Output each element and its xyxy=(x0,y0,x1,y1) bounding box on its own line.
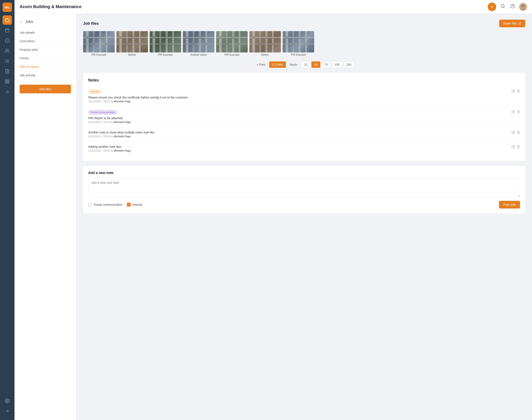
note-item: Adding another note also 16/12/2020 - 09… xyxy=(88,142,520,156)
sidebar: ← Jobs Job detailsCost itemsProjects job… xyxy=(15,14,76,420)
briefcase-icon[interactable] xyxy=(2,15,12,25)
svg-point-77 xyxy=(238,43,241,45)
edit-note-button[interactable] xyxy=(512,110,515,114)
svg-rect-14 xyxy=(6,82,7,83)
portal-label: Portal communication xyxy=(94,203,123,206)
svg-point-86 xyxy=(265,36,268,39)
svg-point-65 xyxy=(192,43,195,45)
image-gallery: PIR Example Before PIR Example Another o… xyxy=(83,31,525,56)
tasks-icon[interactable] xyxy=(2,56,12,66)
page-size-200[interactable]: 200 xyxy=(344,61,354,68)
svg-line-22 xyxy=(504,7,504,8)
gallery-item[interactable]: Before xyxy=(249,31,281,56)
user-avatar[interactable] xyxy=(519,3,527,11)
calendar-icon[interactable] xyxy=(2,26,12,35)
gallery-item[interactable]: PIR Example xyxy=(283,31,314,56)
svg-point-97 xyxy=(305,43,307,45)
grid-icon[interactable] xyxy=(2,77,12,86)
chart-icon[interactable] xyxy=(2,87,12,96)
header-actions: + xyxy=(488,2,527,11)
document-icon[interactable] xyxy=(2,67,12,76)
svg-point-74 xyxy=(219,36,222,39)
gallery-item[interactable]: PIR Example xyxy=(216,31,248,56)
svg-rect-12 xyxy=(6,80,7,81)
add-button[interactable]: + xyxy=(488,2,496,11)
note-actions xyxy=(512,110,520,114)
gallery-label: PIR Example xyxy=(224,53,239,56)
note-actions xyxy=(512,131,520,135)
job-files-section: Job files Share files xyxy=(83,20,525,73)
clock-icon[interactable] xyxy=(2,36,12,45)
post-note-button[interactable]: Post note xyxy=(499,201,520,209)
prev-page-button[interactable]: « Prev xyxy=(254,62,268,68)
page-size-15[interactable]: 15 xyxy=(301,61,310,68)
delete-note-button[interactable] xyxy=(517,110,520,114)
current-page-button[interactable]: 2 (1096) xyxy=(269,61,286,68)
note-badge: Portal communication xyxy=(88,110,118,115)
forward-icon[interactable] xyxy=(2,406,12,416)
svg-point-6 xyxy=(6,49,7,50)
gallery-item[interactable]: Before xyxy=(116,31,148,56)
edit-note-button[interactable] xyxy=(512,145,515,149)
help-button[interactable] xyxy=(509,3,516,10)
sidebar-nav: Job detailsCost itemsProjects jobsFormsF… xyxy=(15,28,76,79)
note-checkboxes: Portal communication ✓ Internal xyxy=(88,203,142,207)
gallery-label: PIR Example xyxy=(91,53,106,56)
settings-icon[interactable] xyxy=(2,396,12,405)
svg-point-26 xyxy=(522,4,525,7)
page-size-70[interactable]: 70 xyxy=(322,61,331,68)
back-to-jobs[interactable]: ← Jobs xyxy=(15,18,76,28)
sidebar-item-forms[interactable]: Forms xyxy=(15,54,76,62)
note-meta: 16/12/2020 - 09:54 by Michelle Page xyxy=(88,100,520,103)
svg-point-95 xyxy=(292,43,294,45)
gallery-item[interactable]: PIR Example xyxy=(83,31,115,56)
svg-point-37 xyxy=(105,43,108,45)
note-footer: Portal communication ✓ Internal Post not… xyxy=(88,201,520,209)
sidebar-item-job-activity[interactable]: Job activity xyxy=(15,71,76,79)
search-button[interactable] xyxy=(500,3,506,10)
portal-communication-checkbox[interactable]: Portal communication xyxy=(88,203,123,207)
edit-note-button[interactable] xyxy=(512,131,515,135)
svg-point-67 xyxy=(205,43,207,45)
note-badge: Internal xyxy=(88,89,102,94)
note-text: PIR Report to be attached xyxy=(88,116,520,120)
note-textarea[interactable] xyxy=(88,178,520,197)
svg-point-85 xyxy=(259,43,261,45)
portal-checkbox-box xyxy=(88,203,92,207)
top-header: Acorn Building & Maintenance + xyxy=(15,0,532,14)
page-size-100[interactable]: 100 xyxy=(332,61,342,68)
sidebar-item-cost-items[interactable]: Cost items xyxy=(15,37,76,45)
share-files-button[interactable]: Share files xyxy=(499,20,525,27)
content-area: ← Jobs Job detailsCost itemsProjects job… xyxy=(15,14,532,420)
people-icon[interactable] xyxy=(2,46,12,55)
svg-point-84 xyxy=(252,36,255,39)
page-size-50[interactable]: 50 xyxy=(311,61,320,68)
svg-point-21 xyxy=(501,4,504,8)
next-page-button[interactable]: Next» xyxy=(287,62,300,68)
svg-point-64 xyxy=(186,36,188,39)
svg-line-27 xyxy=(520,22,521,24)
svg-rect-13 xyxy=(8,80,9,81)
note-actions xyxy=(512,89,520,94)
svg-point-96 xyxy=(298,36,301,39)
gallery-item[interactable]: PIR Example xyxy=(150,31,181,56)
delete-note-button[interactable] xyxy=(517,145,520,149)
sidebar-item-job-details[interactable]: Job details xyxy=(15,28,76,37)
back-arrow-icon: ← xyxy=(20,20,23,24)
gallery-item[interactable]: Another option xyxy=(183,31,214,56)
sidebar-item-projects-jobs[interactable]: Projects jobs xyxy=(15,45,76,54)
notes-section: Notes Internal Please ensure you check t… xyxy=(83,73,525,161)
sidebar-item-files-notes[interactable]: Files & Notes xyxy=(15,62,76,71)
edit-note-button[interactable] xyxy=(512,89,515,94)
svg-point-75 xyxy=(226,43,228,45)
svg-point-87 xyxy=(272,43,274,45)
delete-note-button[interactable] xyxy=(517,89,520,94)
add-files-button[interactable]: Add files xyxy=(20,85,71,93)
svg-point-45 xyxy=(126,43,128,45)
notes-list: Internal Please ensure you check the cer… xyxy=(88,86,520,156)
note-meta: 16/12/2020 - 09:54 by Michelle Page xyxy=(88,121,520,124)
svg-point-34 xyxy=(86,36,89,39)
delete-note-button[interactable] xyxy=(517,131,520,135)
internal-checkbox[interactable]: ✓ Internal xyxy=(127,203,142,207)
svg-point-76 xyxy=(232,36,235,39)
